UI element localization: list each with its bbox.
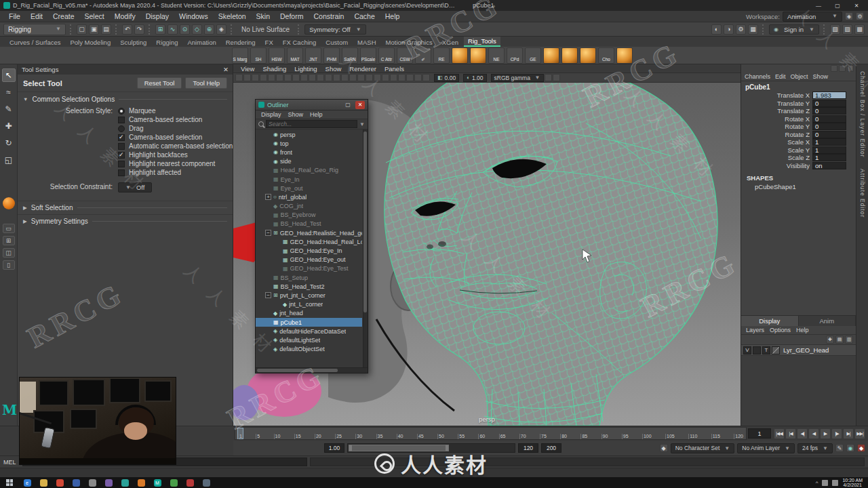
outliner-menu-item[interactable]: Help xyxy=(307,111,326,118)
expand-toggle-icon[interactable] xyxy=(265,185,271,191)
outliner-item[interactable]: ▦ BS_Head_Test xyxy=(256,220,362,228)
shelf-item[interactable]: PScale xyxy=(360,47,376,64)
scale-tool[interactable]: ◱ xyxy=(2,153,16,167)
sign-in-button[interactable]: ◉ Sign in▼ xyxy=(769,24,819,35)
menu-item[interactable]: Windows xyxy=(174,11,213,22)
playback-options-icon[interactable]: ✎ xyxy=(835,444,844,452)
shelf-tab[interactable]: MASH xyxy=(353,38,380,47)
viewport-menu-item[interactable]: Panels xyxy=(381,65,408,73)
playback-end-field[interactable]: 120 xyxy=(518,443,538,453)
menu-item[interactable]: Modify xyxy=(110,11,140,22)
channel-value-field[interactable]: 1 xyxy=(812,138,846,146)
channel-value-field[interactable]: 1 xyxy=(812,154,846,161)
outliner-item[interactable]: ▦ BS_Setup xyxy=(256,273,362,282)
expand-toggle-icon[interactable] xyxy=(275,248,281,254)
layer-row[interactable]: VT Lyr_GEO_Head xyxy=(741,345,856,356)
outliner-item[interactable]: ◉ top xyxy=(256,139,362,148)
taskbar-app-purple[interactable] xyxy=(100,477,117,488)
outliner-item[interactable]: − ⊞ GEO_Head:Realistic_Head_geo xyxy=(256,228,362,237)
layer-editor-menu-item[interactable]: Layers xyxy=(744,327,766,333)
step-forward-frame-button[interactable]: |▶ xyxy=(831,428,842,439)
channel-value-field[interactable]: 0 xyxy=(812,123,846,130)
taskbar-edge[interactable]: e xyxy=(19,477,35,488)
shelf-tab[interactable]: Poly Modeling xyxy=(66,38,115,47)
shelf-item[interactable]: RE xyxy=(433,47,450,64)
selection-constraint-dropdown[interactable]: ▼ Off xyxy=(118,182,152,192)
expand-toggle-icon[interactable] xyxy=(275,302,281,308)
channel-value-field[interactable]: 0 xyxy=(812,115,846,123)
shelf-tab[interactable]: Motion Graphics xyxy=(382,38,437,47)
layer-toggle[interactable]: T xyxy=(762,346,770,354)
viewport-options-icon[interactable] xyxy=(545,74,552,81)
taskbar-app-blue[interactable] xyxy=(68,477,84,488)
taskbar-maya[interactable]: M xyxy=(149,477,165,488)
layer-editor-tab[interactable]: Anim xyxy=(799,316,856,326)
channel-value-field[interactable]: 0 xyxy=(812,100,846,107)
go-to-end-button[interactable]: ▶▶| xyxy=(854,428,865,439)
outliner-item[interactable]: ▦ Head_Real_Geo_Rig xyxy=(256,166,362,175)
start-button[interactable] xyxy=(0,477,19,488)
play-forward-button[interactable]: ▶ xyxy=(820,428,831,439)
speed-state-icon[interactable] xyxy=(839,65,846,72)
step-back-frame-button[interactable]: ◀| xyxy=(797,428,808,439)
expand-toggle-icon[interactable]: + xyxy=(265,194,271,200)
outliner-menu-item[interactable]: Show xyxy=(285,111,307,118)
channel-value-field[interactable]: 1.983 xyxy=(812,92,846,99)
shelf-tab[interactable]: Sculpting xyxy=(116,38,151,47)
outliner-item[interactable]: ▦ GEO_Head:Eye_out xyxy=(256,256,362,264)
range-slider[interactable] xyxy=(347,443,515,453)
toggle-channel-box-icon[interactable]: ▩ xyxy=(854,24,865,35)
snap-grid-icon[interactable]: ⊞ xyxy=(155,24,165,35)
expand-toggle-icon[interactable] xyxy=(275,257,281,263)
anim-layer-dropdown[interactable]: No Anim Layer▼ xyxy=(737,443,795,453)
shelf-item[interactable]: CSW xyxy=(397,47,413,64)
outliner-item[interactable]: ▦ Eye_In xyxy=(256,175,362,184)
new-empty-layer-icon[interactable]: ✚ xyxy=(826,336,834,344)
new-layer-icon[interactable]: ▤ xyxy=(835,336,844,344)
shelf-tab[interactable]: Curves / Surfaces xyxy=(5,38,65,47)
outliner-vertical-scrollbar[interactable] xyxy=(363,129,368,367)
shelf-item[interactable]: NE xyxy=(488,47,505,64)
shelf-item[interactable]: PHM xyxy=(323,47,340,64)
checkbox[interactable] xyxy=(118,125,125,132)
layout-persp-outliner[interactable]: ▯ xyxy=(3,260,15,270)
channel-box-menu-item[interactable]: Edit xyxy=(773,73,788,80)
workspace-gear-icon[interactable]: ⚙ xyxy=(856,12,864,20)
outliner-item[interactable]: − ⊞ pvt_jnt_L_corner xyxy=(256,291,362,300)
go-to-start-button[interactable]: |◀◀ xyxy=(774,428,785,439)
outliner-item[interactable]: ◆ jnt_head xyxy=(256,309,362,318)
mute-audio-icon[interactable]: ◉ xyxy=(846,444,854,452)
menu-item[interactable]: Create xyxy=(48,11,79,22)
expand-toggle-icon[interactable]: − xyxy=(265,230,271,236)
shelf-item[interactable] xyxy=(580,47,596,64)
expand-toggle-icon[interactable] xyxy=(265,274,271,281)
viewport-menu-item[interactable]: Lighting xyxy=(291,65,320,73)
outliner-item[interactable]: ◆ jnt_L_corner xyxy=(256,300,362,309)
channel-box-menu-item[interactable]: Show xyxy=(811,73,831,80)
symmetry-dropdown[interactable]: Symmetry: Off▼ xyxy=(304,24,366,35)
chevron-down-icon[interactable]: ▼ xyxy=(359,121,365,127)
step-back-key-button[interactable]: |◀ xyxy=(785,428,796,439)
channel-value-field[interactable]: on xyxy=(812,162,846,169)
viewport-menu-item[interactable]: View xyxy=(237,65,258,73)
shape-node-name[interactable]: pCubeShape1 xyxy=(741,182,856,190)
expand-toggle-icon[interactable] xyxy=(265,131,271,138)
select-tool[interactable]: ↖ xyxy=(2,68,16,82)
time-slider[interactable]: 1510152025303540455055606570758085909510… xyxy=(235,427,747,440)
menu-item[interactable]: Edit xyxy=(26,11,47,22)
command-language-toggle[interactable]: MEL xyxy=(3,459,20,466)
select-camera-icon[interactable] xyxy=(235,74,243,81)
outliner-item[interactable]: ◈ defaultObjectSet xyxy=(256,345,362,354)
collapsed-section-header[interactable]: ▶ Soft Selection xyxy=(18,201,233,214)
menu-item[interactable]: Display xyxy=(141,11,174,22)
shelf-item[interactable] xyxy=(452,47,468,64)
menu-item[interactable]: Skin xyxy=(252,11,275,22)
move-tool[interactable]: ✚ xyxy=(2,119,16,133)
image-plane-icon[interactable] xyxy=(268,74,275,81)
open-scene-icon[interactable]: ▣ xyxy=(89,24,99,35)
layout-two-pane[interactable]: ◫ xyxy=(3,248,15,258)
taskbar-app-teal[interactable] xyxy=(117,477,133,488)
outliner-item[interactable]: ▦ BS_Head_Test2 xyxy=(256,282,362,291)
outliner-title-bar[interactable]: Outliner ▢ ✕ xyxy=(256,100,368,110)
expand-toggle-icon[interactable] xyxy=(265,337,271,343)
